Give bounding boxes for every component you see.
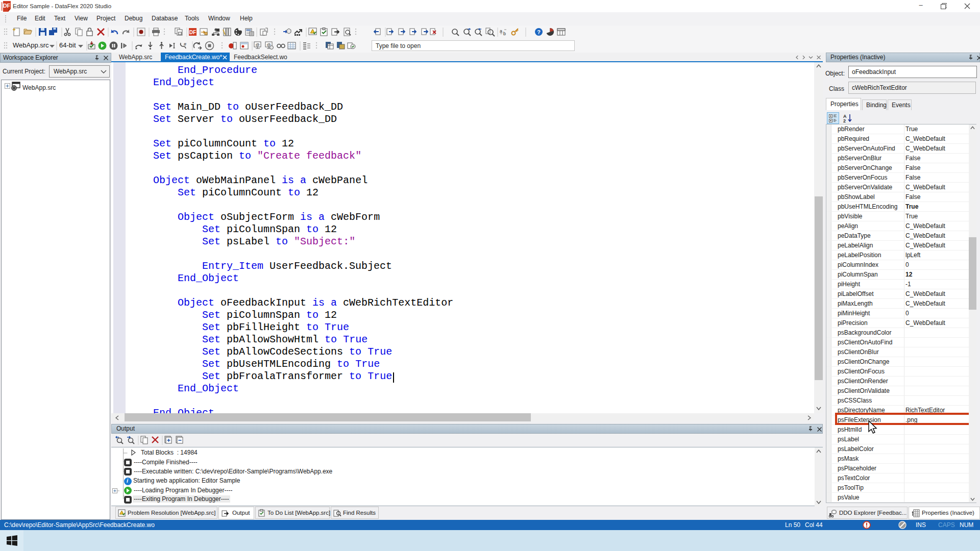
svg-text:DF: DF bbox=[189, 30, 196, 35]
svg-text:WebApp.src: WebApp.src bbox=[13, 41, 49, 49]
svg-text:64-bit: 64-bit bbox=[59, 41, 76, 49]
svg-text:a: a bbox=[500, 29, 502, 34]
svg-text:2: 2 bbox=[843, 118, 846, 123]
svg-text:DF: DF bbox=[3, 3, 11, 9]
svg-text:@: @ bbox=[255, 42, 259, 47]
svg-text:b: b bbox=[503, 31, 506, 36]
svg-text:?: ? bbox=[537, 29, 541, 35]
svg-text:#: # bbox=[184, 42, 186, 47]
